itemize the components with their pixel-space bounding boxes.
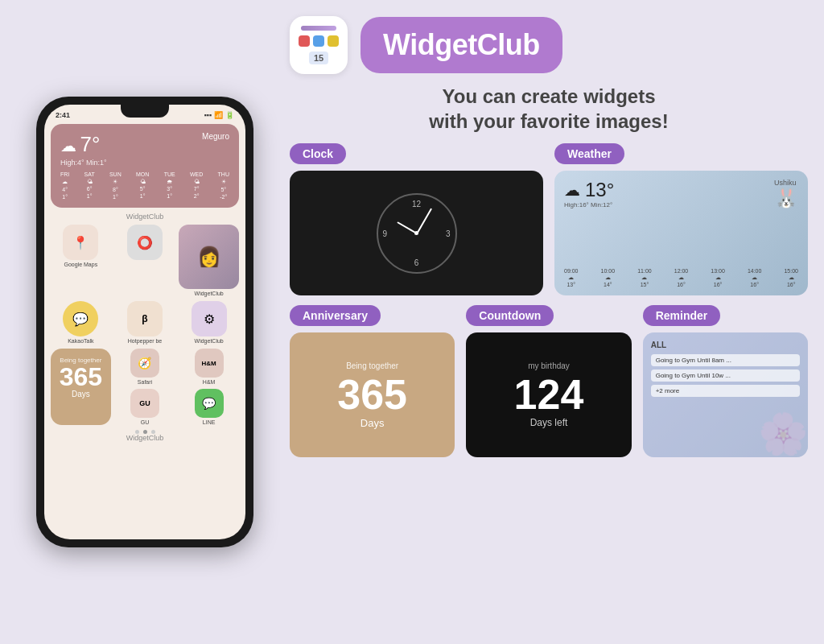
phone-bottom-label: WidgetClub (51, 434, 239, 442)
info-section: 15 WidgetClub You can create widgets wit… (290, 16, 808, 628)
tagline: You can create widgets with your favorit… (290, 84, 808, 134)
maps-icon: 📍 (63, 225, 98, 260)
phone-bottom-widgets: Being together 365 Days 🧭 Safari H&M (51, 349, 239, 425)
phone-anniversary-widget: Being together 365 Days (51, 349, 111, 425)
photo-placeholder: 👩 (179, 225, 239, 289)
weather-preview: ☁ 13° High:16° Min:12° Ushiku 🐰 (554, 171, 808, 295)
app-header: 15 WidgetClub (290, 16, 808, 74)
phone-screen: 2:41 ▪▪▪ 📶 🔋 ☁ 7° (44, 105, 245, 539)
safari-icon: 🧭 (130, 349, 159, 378)
phone-weather-temp: 7° (80, 132, 100, 156)
countdown-tag: Countdown (466, 305, 554, 326)
kakao-icon: 💬 (63, 301, 98, 336)
clock-face: 12 3 6 9 (377, 193, 457, 274)
app-name: WidgetClub (383, 28, 540, 61)
clock-hand-hour (397, 221, 417, 234)
logo-dot-yellow (328, 35, 339, 47)
ap-number: 365 (337, 374, 407, 415)
weather-section: Weather ☁ 13° High:16° Min:12° (554, 143, 808, 295)
wifi-icon: 📶 (214, 111, 223, 119)
anniversary-preview: Being together 365 Days (290, 332, 455, 457)
rp-item-1: Going to Gym Until 8am ... (651, 354, 800, 366)
hm-app: H&M H&M (179, 349, 239, 385)
hm-icon: H&M (195, 349, 224, 378)
safari-label: Safari (138, 379, 152, 385)
safari-app: 🧭 Safari (115, 349, 175, 385)
anni-label: Being together (57, 357, 105, 364)
ap-days: Days (360, 417, 385, 429)
clock-preview: 12 3 6 9 (290, 171, 543, 295)
weather-tag: Weather (554, 143, 624, 164)
status-icons: ▪▪▪ 📶 🔋 (204, 111, 234, 119)
app-logo: 15 (290, 16, 348, 74)
hm-label: H&M (203, 379, 216, 385)
line-label: LINE (203, 419, 216, 425)
rp-all-label: ALL (651, 341, 800, 349)
phone-mockup: 2:41 ▪▪▪ 📶 🔋 ☁ 7° (16, 16, 274, 628)
countdown-preview: my birthday 124 Days left (466, 332, 631, 457)
app-item-kakao: 💬 KakaoTalk (51, 301, 111, 344)
wp-highmin: High:16° Min:12° (564, 201, 614, 208)
app-item-widgetclub2: ⚙ WidgetClub (179, 301, 239, 344)
reminder-tag: Reminder (643, 305, 721, 326)
phone-time: 2:41 (56, 111, 70, 119)
phone-small-apps: 🧭 Safari H&M H&M GU GU (115, 349, 239, 425)
widgetclub2-label: WidgetClub (195, 338, 224, 344)
logo-stripe (301, 26, 336, 31)
anni-number: 365 (57, 364, 105, 390)
clock-num-12: 12 (412, 200, 421, 208)
logo-15-badge: 15 (309, 52, 328, 64)
ap-label: Being together (346, 361, 398, 370)
rp-item-3: +2 more (651, 385, 800, 397)
phone-content: ☁ 7° Meguro High:4° Min:1° FRI☁4°1° SAT🌤… (44, 121, 245, 452)
phone-app-grid-1: 📍 Google Maps ⭕ 👩 WidgetClub (51, 225, 239, 296)
wp-days: 09:00☁13° 10:00☁14° 11:00☁15° 12:00☁16° … (564, 268, 798, 287)
tagline-line1: You can create widgets (290, 84, 808, 109)
wp-temp: 13° (585, 179, 614, 201)
logo-icons-row (299, 35, 339, 47)
maps-label: Google Maps (64, 262, 98, 267)
phone-weather-location: Meguro (202, 132, 229, 141)
gu-icon: GU (130, 389, 159, 418)
phone-weather-forecast: FRI☁4°1° SAT🌤6°1° SUN☀8°1° MON🌤5°1° TUE🌧… (60, 171, 229, 200)
phone-weather-highmin: High:4° Min:1° (60, 159, 229, 167)
reminder-preview: 🌸 ALL Going to Gym Until 8am ... Going t… (643, 332, 808, 457)
line-app: 💬 LINE (179, 389, 239, 425)
cp-label: my birthday (528, 361, 570, 370)
widgetclub-photo-label: WidgetClub (195, 291, 224, 296)
signal-icon: ▪▪▪ (204, 111, 212, 119)
clock-tag: Clock (290, 143, 346, 164)
phone-weather-icon: ☁ (60, 137, 76, 155)
anniversary-section: Anniversary Being together 365 Days (290, 305, 455, 457)
wp-location: Ushiku (774, 179, 798, 187)
line-icon: 💬 (195, 389, 224, 418)
clock-section: Clock 12 3 6 9 (290, 143, 543, 295)
phone-app-grid-2: 💬 KakaoTalk β Hotpepper be ⚙ WidgetClub (51, 301, 239, 344)
hotpepper-icon: β (127, 301, 163, 336)
rp-item-2: Going to Gym Until 10w ... (651, 369, 800, 382)
cp-number: 124 (514, 374, 584, 415)
battery-icon: 🔋 (225, 111, 234, 119)
clock-num-6: 6 (414, 258, 419, 267)
phone-weather-widget: ☁ 7° Meguro High:4° Min:1° FRI☁4°1° SAT🌤… (51, 124, 239, 208)
phone-widgetclub-label: WidgetClub (51, 213, 239, 221)
clock-hand-min (416, 208, 431, 233)
reminder-section: Reminder 🌸 ALL Going to Gym Until 8am ..… (643, 305, 808, 457)
gu-app: GU GU (115, 389, 175, 425)
phone-outer: 2:41 ▪▪▪ 📶 🔋 ☁ 7° (36, 97, 253, 547)
clock-num-9: 9 (383, 229, 388, 237)
weather-preview-card: ☁ 13° High:16° Min:12° Ushiku 🐰 (554, 171, 808, 295)
logo-dot-blue (313, 35, 324, 47)
logo-dot-red (299, 35, 310, 47)
app-item-maps: 📍 Google Maps (51, 225, 111, 296)
hotpepper-label: Hotpepper be (128, 338, 162, 344)
app-item-circle: ⭕ (115, 225, 175, 296)
phone-notch (121, 105, 169, 118)
circle-icon: ⭕ (127, 225, 163, 260)
widget-grid-top: Clock 12 3 6 9 Weather (290, 143, 808, 295)
cp-days: Days left (530, 417, 568, 428)
countdown-section: Countdown my birthday 124 Days left (466, 305, 631, 457)
anniversary-tag: Anniversary (290, 305, 381, 326)
clock-num-3: 3 (446, 229, 451, 237)
app-name-badge: WidgetClub (360, 17, 562, 73)
